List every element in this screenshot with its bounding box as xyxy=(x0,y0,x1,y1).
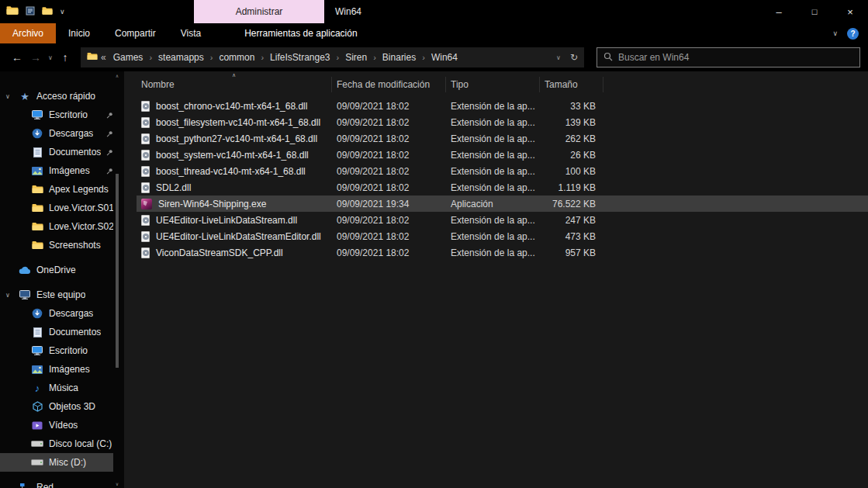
sidebar-item-apex-legends[interactable]: Apex Legends xyxy=(0,180,113,199)
exe-app-icon xyxy=(141,199,152,209)
minimize-button[interactable]: – xyxy=(761,0,797,23)
file-date: 09/09/2021 18:02 xyxy=(332,117,446,128)
context-tab-administrar[interactable]: Administrar xyxy=(194,0,324,23)
address-bar[interactable]: « Games › steamapps › common › LifeIsStr… xyxy=(81,47,584,67)
dll-file-icon xyxy=(141,150,150,161)
sidebar-item-disco-local-c[interactable]: Disco local (C:) xyxy=(0,434,113,453)
sidebar-item-acceso-rapido[interactable]: ∨ ★ Acceso rápido xyxy=(0,87,113,106)
sidebar-item-love-victor-s02[interactable]: Love.Victor.S02.2 xyxy=(0,217,113,236)
breadcrumb-siren[interactable]: Siren xyxy=(341,52,371,63)
file-row[interactable]: boost_chrono-vc140-mt-x64-1_68.dll 09/09… xyxy=(137,98,868,114)
sidebar-item-descargas-qa[interactable]: Descargas xyxy=(0,124,113,143)
file-row[interactable]: SDL2.dll 09/09/2021 18:02 Extensión de l… xyxy=(137,179,868,196)
file-row-selected[interactable]: Siren-Win64-Shipping.exe 09/09/2021 19:3… xyxy=(137,196,868,212)
sidebar-item-love-victor-s01[interactable]: Love.Victor.S01.2 xyxy=(0,199,113,217)
column-header-tipo[interactable]: Tipo xyxy=(446,77,540,92)
file-size: 1.119 KB xyxy=(540,182,603,193)
refresh-icon[interactable]: ↻ xyxy=(570,52,578,63)
file-row[interactable]: boost_thread-vc140-mt-x64-1_68.dll 09/09… xyxy=(137,163,868,179)
folder-icon xyxy=(31,183,43,196)
sidebar-item-este-equipo[interactable]: ∨ Este equipo xyxy=(0,286,113,304)
column-header-tamano[interactable]: Tamaño xyxy=(540,77,603,92)
tab-vista[interactable]: Vista xyxy=(168,23,213,43)
sidebar-item-documentos-pc[interactable]: Documentos xyxy=(0,323,113,341)
help-icon[interactable]: ? xyxy=(847,28,859,40)
tab-compartir[interactable]: Compartir xyxy=(102,23,168,43)
forward-button[interactable]: → xyxy=(26,47,45,67)
address-dropdown-chevron-icon[interactable]: ∨ xyxy=(556,54,561,61)
expander-chevron-icon[interactable]: ∨ xyxy=(5,93,10,100)
file-date: 09/09/2021 18:02 xyxy=(332,150,446,161)
ribbon-tab-row: Archivo Inicio Compartir Vista Herramien… xyxy=(0,23,868,43)
breadcrumb-common[interactable]: common xyxy=(215,52,258,63)
expander-chevron-icon[interactable]: ∨ xyxy=(5,292,10,299)
sidebar-item-documentos-qa[interactable]: Documentos xyxy=(0,143,113,161)
sidebar-item-imagenes-pc[interactable]: Imágenes xyxy=(0,360,113,379)
column-header-nombre[interactable]: ∧ Nombre xyxy=(137,77,332,92)
column-headers: ∧ Nombre Fecha de modificación Tipo Tama… xyxy=(137,74,868,95)
file-row[interactable]: boost_filesystem-vc140-mt-x64-1_68.dll 0… xyxy=(137,114,868,130)
file-size: 262 KB xyxy=(540,133,603,144)
scroll-up-icon[interactable]: ∧ xyxy=(114,73,120,78)
file-type: Extensión de la ap... xyxy=(446,215,540,226)
sidebar-item-screenshots[interactable]: Screenshots xyxy=(0,236,113,254)
pin-icon xyxy=(103,149,113,156)
scrollbar-thumb[interactable] xyxy=(116,174,119,368)
recent-locations-chevron-icon[interactable]: ∨ xyxy=(45,47,56,67)
sidebar-item-red[interactable]: Red xyxy=(0,478,113,488)
breadcrumb-binaries[interactable]: Binaries xyxy=(379,52,420,63)
sidebar-item-objetos-3d[interactable]: Objetos 3D xyxy=(0,397,113,416)
file-row[interactable]: UE4Editor-LiveLinkDataStreamEditor.dll 0… xyxy=(137,228,868,244)
sort-ascending-icon: ∧ xyxy=(137,72,331,78)
sidebar-item-misc-d[interactable]: Misc (D:) xyxy=(0,453,113,472)
dll-file-icon xyxy=(141,166,150,177)
properties-icon[interactable] xyxy=(26,6,35,18)
sidebar-item-musica[interactable]: ♪ Música xyxy=(0,379,113,397)
breadcrumb-lifeisstrange3[interactable]: LifeIsStrange3 xyxy=(266,52,334,63)
new-folder-icon[interactable] xyxy=(42,6,53,18)
sidebar-item-escritorio-pc[interactable]: Escritorio xyxy=(0,341,113,360)
titlebar: ∨ Administrar Win64 – □ × xyxy=(0,0,868,23)
file-row[interactable]: boost_python27-vc140-mt-x64-1_68.dll 09/… xyxy=(137,130,868,147)
main-area: ∨ ★ Acceso rápido Escritorio Descargas xyxy=(0,71,868,488)
file-size: 139 KB xyxy=(540,117,603,128)
file-type: Extensión de la ap... xyxy=(446,247,540,258)
address-folder-icon xyxy=(87,52,98,63)
qat-customize-chevron-icon[interactable]: ∨ xyxy=(60,8,65,16)
maximize-button[interactable]: □ xyxy=(797,0,832,23)
sidebar-item-onedrive[interactable]: OneDrive xyxy=(0,261,113,279)
file-row[interactable]: boost_system-vc140-mt-x64-1_68.dll 09/09… xyxy=(137,147,868,163)
breadcrumb-games[interactable]: Games xyxy=(109,52,147,63)
tab-herramientas-de-aplicacion[interactable]: Herramientas de aplicación xyxy=(232,23,369,43)
up-button[interactable]: ↑ xyxy=(56,47,74,67)
sidebar-item-imagenes-qa[interactable]: Imágenes xyxy=(0,161,113,180)
search-input[interactable] xyxy=(618,52,853,63)
ribbon-collapse-chevron-icon[interactable]: ∨ xyxy=(832,29,838,37)
file-row[interactable]: ViconDataStreamSDK_CPP.dll 09/09/2021 18… xyxy=(137,244,868,261)
file-name: ViconDataStreamSDK_CPP.dll xyxy=(156,247,283,258)
sidebar-scrollbar[interactable]: ∧ ∨ xyxy=(114,73,120,486)
file-row[interactable]: UE4Editor-LiveLinkDataStream.dll 09/09/2… xyxy=(137,212,868,228)
folder-icon xyxy=(31,239,43,251)
sidebar-item-escritorio-qa[interactable]: Escritorio xyxy=(0,106,113,124)
sidebar-item-descargas-pc[interactable]: Descargas xyxy=(0,304,113,323)
breadcrumb-steamapps[interactable]: steamapps xyxy=(154,52,208,63)
downloads-icon xyxy=(31,127,43,140)
close-button[interactable]: × xyxy=(832,0,868,23)
breadcrumb-overflow-icon[interactable]: « xyxy=(99,52,108,63)
search-icon xyxy=(603,52,613,64)
crumb-separator-icon: › xyxy=(372,53,377,62)
file-list-pane: ∧ Nombre Fecha de modificación Tipo Tama… xyxy=(124,71,868,488)
tab-archivo[interactable]: Archivo xyxy=(0,23,56,43)
column-header-fecha[interactable]: Fecha de modificación xyxy=(332,77,446,92)
tab-inicio[interactable]: Inicio xyxy=(56,23,102,43)
search-box[interactable] xyxy=(597,47,860,67)
sidebar-item-videos[interactable]: Vídeos xyxy=(0,416,113,434)
desktop-icon xyxy=(31,344,43,357)
file-type: Extensión de la ap... xyxy=(446,182,540,193)
breadcrumb-win64[interactable]: Win64 xyxy=(427,52,462,63)
window-title: Win64 xyxy=(335,0,361,23)
scroll-down-icon[interactable]: ∨ xyxy=(114,481,120,486)
dll-file-icon xyxy=(141,247,150,258)
back-button[interactable]: ← xyxy=(8,47,26,67)
